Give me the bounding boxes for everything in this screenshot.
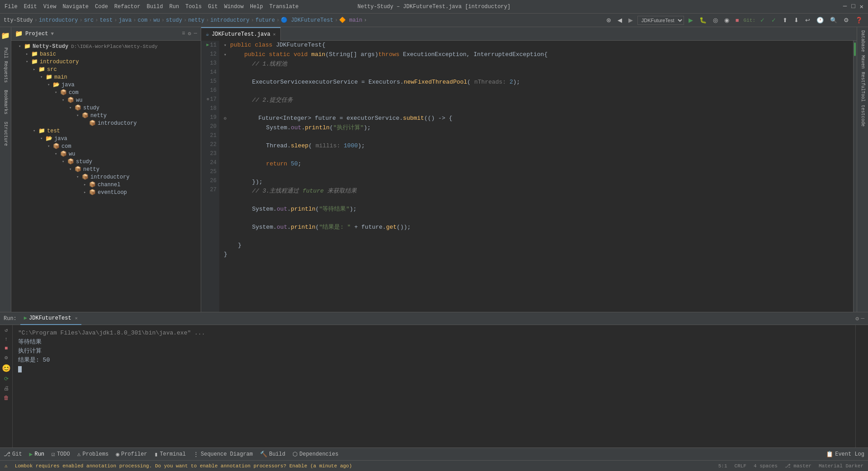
btb-problems[interactable]: ⚠ Problems <box>77 451 108 458</box>
run-output[interactable]: "C:\Program Files\Java\jdk1.8.0_301\bin\… <box>13 325 855 447</box>
status-line-ending[interactable]: CRLF <box>735 463 746 469</box>
toolbar-run[interactable]: ▶ <box>687 16 695 24</box>
tree-item-com-test[interactable]: ▾ 📦 com <box>11 142 201 150</box>
btb-profiler[interactable]: ◉ Profiler <box>116 451 147 458</box>
git-undo[interactable]: ↩ <box>803 16 812 24</box>
run-tab-close[interactable]: ✕ <box>75 316 78 321</box>
toolbar-back[interactable]: ◀ <box>616 16 624 24</box>
project-collapse-all[interactable]: ≡ <box>182 30 185 37</box>
breadcrumb-item[interactable]: 🔶 main <box>339 17 362 24</box>
git-checkmark1[interactable]: ✓ <box>758 16 767 24</box>
project-close[interactable]: — <box>194 30 197 37</box>
breadcrumb-item[interactable]: netty <box>188 17 204 24</box>
tree-item-introductory-pkg[interactable]: 📦 introductory <box>11 119 201 127</box>
minimize-button[interactable]: ─ <box>843 3 847 10</box>
toolbar-forward[interactable]: ▶ <box>627 16 635 24</box>
toolbar-profile[interactable]: ◉ <box>722 16 731 24</box>
btb-run[interactable]: ▶ Run <box>29 451 44 458</box>
run-emoji-icon[interactable]: 😊 <box>2 364 11 373</box>
status-encoding[interactable]: 4 spaces <box>754 463 778 469</box>
run-settings-icon[interactable]: ⚙ <box>5 354 8 361</box>
tree-item-netty-test[interactable]: ▾ 📦 netty <box>11 165 201 173</box>
tree-item-wu-test[interactable]: ▾ 📦 wu <box>11 150 201 158</box>
btb-terminal[interactable]: ▮ Terminal <box>155 451 186 458</box>
bottom-tab-jdkfuturetest[interactable]: ▶ JDKFutureTest ✕ <box>20 312 81 325</box>
breadcrumb-dropdown[interactable]: › <box>363 17 367 24</box>
tree-item-main[interactable]: ▾ 📁 main <box>11 73 201 81</box>
menu-code[interactable]: Code <box>95 4 108 10</box>
tab-close-icon[interactable]: ✕ <box>273 32 276 37</box>
status-position[interactable]: 5:1 <box>718 463 727 469</box>
tree-item-introductory[interactable]: ▾ 📁 introductory <box>11 58 201 66</box>
menu-navigate[interactable]: Navigate <box>62 4 89 10</box>
tree-item-netty[interactable]: ▾ 📦 netty <box>11 112 201 119</box>
sidebar-icon-project[interactable]: 📁 <box>1 29 10 42</box>
status-warning-text[interactable]: Lombok requires enabled annotation proce… <box>15 463 352 469</box>
git-history[interactable]: 🕐 <box>815 16 826 24</box>
run-restart-icon[interactable]: ↺ <box>5 327 8 334</box>
breadcrumb-item[interactable]: study <box>166 17 182 24</box>
right-icon-maven[interactable]: Maven <box>859 54 866 70</box>
status-theme[interactable]: Material Darker <box>819 463 863 469</box>
breadcrumb-item[interactable]: tty-Study <box>4 17 33 24</box>
sidebar-icon-bookmarks[interactable]: Bookmarks <box>3 88 8 116</box>
menu-translate[interactable]: Translate <box>269 4 299 10</box>
toolbar-debug[interactable]: 🐛 <box>698 16 708 24</box>
breadcrumb-item[interactable]: introductory <box>210 17 249 24</box>
menu-build[interactable]: Build <box>146 4 163 10</box>
tree-item-basic[interactable]: ▸ 📁 basic <box>11 50 201 58</box>
menu-tools[interactable]: Tools <box>185 4 202 10</box>
menu-run[interactable]: Run <box>169 4 179 10</box>
branch-selector[interactable]: JDKFutureTest <box>637 16 684 25</box>
btb-event-log[interactable]: 📋 Event Log <box>826 451 864 458</box>
btb-build[interactable]: 🔨 Build <box>260 451 285 458</box>
breadcrumb-item[interactable]: src <box>84 17 94 24</box>
btb-todo[interactable]: ☑ TODO <box>52 451 70 458</box>
run-refresh-icon[interactable]: ⟳ <box>4 376 9 382</box>
menu-refactor[interactable]: Refactor <box>114 4 141 10</box>
right-icon-database[interactable]: Database <box>859 29 866 53</box>
toolbar-search[interactable]: 🔍 <box>828 16 839 24</box>
tree-item-channel[interactable]: ▸ 📦 channel <box>11 181 201 188</box>
toolbar-coverage[interactable]: ◎ <box>711 16 720 24</box>
bottom-settings-icon[interactable]: ⚙ <box>855 315 859 322</box>
breadcrumb-item[interactable]: wu <box>153 17 160 24</box>
menu-file[interactable]: File <box>5 4 18 10</box>
tab-jdkfuturetest[interactable]: ☕ JDKFutureTest.java ✕ <box>201 27 281 41</box>
sidebar-icon-structure[interactable]: Structure <box>3 120 8 148</box>
breadcrumb-item[interactable]: future <box>255 17 275 24</box>
status-git-branch[interactable]: ⎇ master <box>785 463 811 469</box>
tree-item-eventloop[interactable]: ▸ 📦 eventLoop <box>11 188 201 196</box>
tree-item-wu[interactable]: ▾ 📦 wu <box>11 96 201 104</box>
git-checkmark2[interactable]: ✓ <box>769 16 778 24</box>
menu-edit[interactable]: Edit <box>24 4 37 10</box>
tree-item-introductory-test[interactable]: ▾ 📦 introductory <box>11 173 201 181</box>
breadcrumb-item[interactable]: test <box>99 17 113 24</box>
toolbar-stop[interactable]: ■ <box>734 16 741 24</box>
toolbar-vcs-update[interactable]: ⊛ <box>604 16 613 24</box>
btb-git[interactable]: ⎇ Git <box>4 451 22 458</box>
project-panel-dropdown[interactable]: ▼ <box>51 31 54 37</box>
tree-item-test[interactable]: ▾ 📁 test <box>11 127 201 135</box>
project-settings[interactable]: ⚙ <box>188 30 191 37</box>
menu-view[interactable]: View <box>43 4 57 10</box>
breadcrumb-item[interactable]: 🔵 JDKFutureTest <box>281 17 333 24</box>
run-stop-icon[interactable]: ■ <box>5 345 8 352</box>
close-button[interactable]: ✕ <box>860 3 863 10</box>
tree-item-study[interactable]: ▾ 📦 study <box>11 104 201 112</box>
sidebar-icon-pull[interactable]: Pull Requests <box>3 46 8 85</box>
toolbar-help[interactable]: ❓ <box>854 16 864 24</box>
breadcrumb-item[interactable]: java <box>118 17 132 24</box>
tree-item-java-test[interactable]: ▾ 📂 java <box>11 135 201 142</box>
tree-item-study-test[interactable]: ▾ 📦 study <box>11 158 201 165</box>
bottom-close-icon[interactable]: — <box>861 315 864 322</box>
code-content[interactable]: ▾ public class JDKFutureTest { ▾ public … <box>219 41 853 312</box>
run-print-icon[interactable]: 🖨 <box>4 385 9 392</box>
tree-item-com[interactable]: ▾ 📦 com <box>11 89 201 96</box>
breadcrumb-item[interactable]: com <box>137 17 147 24</box>
tree-item-src[interactable]: ▸ 📁 src <box>11 66 201 73</box>
btb-sequence[interactable]: ⋮ Sequence Diagram <box>193 451 253 458</box>
toolbar-settings[interactable]: ⚙ <box>842 16 851 24</box>
right-icon-restful[interactable]: RestfulTool <box>859 71 866 103</box>
btb-dependencies[interactable]: ⬡ Dependencies <box>292 451 338 458</box>
